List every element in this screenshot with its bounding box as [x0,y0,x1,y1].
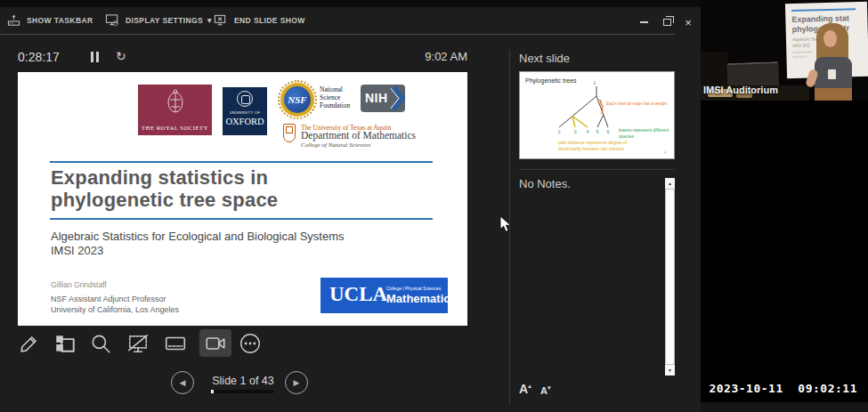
display-settings-icon [105,13,119,28]
subtitles-icon [164,332,187,355]
show-taskbar-button[interactable]: SHOW TASKBAR [7,7,93,34]
svg-text:species: species [619,133,634,139]
presenter-skirt [815,88,852,101]
oxford-wordmark: OXFORD [223,117,267,126]
ucla-logo: UCLA College | Physical Sciences Mathema… [320,278,448,313]
presenter-toolbar: SHOW TASKBAR DISPLAY SETTINGS ▼ END SLID… [0,7,701,34]
display-settings-button[interactable]: DISPLAY SETTINGS ▼ [105,7,214,34]
restart-timer-button[interactable]: ↻ [116,49,126,63]
webcam-feed: Expanding stat phylogenetic tr Algebraic… [701,0,868,101]
black-screen-button[interactable] [126,331,150,356]
toolbar-separator [0,34,675,35]
subtitle-line2: IMSI 2023 [51,244,344,258]
font-up-icon: ▴ [528,383,531,389]
timer-row: 0:28:17 ↻ 9:02 AM [0,46,485,69]
author-affiliation: University of California, Los Angeles [51,305,179,314]
ut-shield-icon [283,124,296,142]
ucla-abbr: UCLA [329,283,387,306]
screen: SHOW TASKBAR DISPLAY SETTINGS ▼ END SLID… [0,0,868,412]
author-name: Gillian Grindstaff [51,280,107,289]
scroll-up-button[interactable]: ▲ [665,178,675,189]
svg-text:Phylogenetic trees: Phylogenetic trees [525,77,577,85]
phylogenetic-tree-diagram: Phylogenetic trees 1 2 3 4 5 6 } Each in… [520,72,674,158]
show-taskbar-label: SHOW TASKBAR [27,16,93,25]
slide-title: Expanding statistics in phylogenetic tre… [51,166,278,211]
decrease-font-button[interactable]: A▾ [540,384,550,396]
nih-logo: NIH [361,85,405,112]
slide-progress-bar [211,390,273,393]
more-options-button[interactable] [238,331,263,356]
pen-icon [18,332,41,355]
nih-chevron-icon [391,85,405,112]
end-slide-show-button[interactable]: END SLIDE SHOW [214,7,305,34]
window-top-gap [0,0,701,7]
zoom-slide-button[interactable] [88,331,113,356]
nsf-globe-icon: NSF [284,86,311,113]
projected-title-rule [791,8,856,12]
presenter-badge [828,69,836,79]
black-screen-icon [126,332,150,355]
next-arrow-icon: ▶ [294,378,300,387]
royal-society-crest-icon [163,89,188,117]
minimize-button[interactable] [634,15,653,29]
restore-button[interactable] [657,15,677,29]
slide-title-line2: phylogenetic tree space [51,189,278,211]
camera-icon [204,332,227,355]
svg-text:6: 6 [606,129,609,134]
slide-title-line1: Expanding statistics in [51,166,278,189]
progress-done [211,390,214,393]
royal-society-logo: THE ROYAL SOCIETY [138,85,212,135]
ucla-college-line: College | Physical Sciences [386,286,441,291]
display-settings-label: DISPLAY SETTINGS ▼ [126,16,214,25]
ut-college-line: College of Natural Sciences [301,141,370,149]
restore-icon [663,19,671,26]
minimize-icon [640,21,648,23]
next-slide-header: Next slide [519,52,570,65]
notes-scrollbar[interactable]: ▲ ▼ [665,178,675,376]
taskbar-icon [7,14,20,28]
bottom-strip [701,402,868,412]
scroll-down-button[interactable]: ▼ [665,365,675,376]
close-button[interactable]: × [678,15,698,29]
oxford-university-of: UNIVERSITY OF [223,111,267,115]
webcam-location-label: IMSI Auditorium [703,85,778,95]
title-rule-top [50,161,433,163]
pen-tool-button[interactable] [17,331,42,356]
scroll-up-icon: ▲ [668,181,672,186]
font-down-icon: ▾ [548,384,551,391]
svg-text:2: 2 [557,129,560,134]
ut-austin-logo: The University of Texas at Austin Depart… [281,123,450,148]
pause-timer-button[interactable] [91,52,99,62]
royal-society-label: THE ROYAL SOCIETY [138,125,212,131]
subtitles-button[interactable] [163,331,188,356]
capture-region: Expanding stat phylogenetic tr Algebraic… [701,0,868,412]
svg-text:Each internal edge has a weigh: Each internal edge has a weight [606,101,668,106]
scrollbar-thumb[interactable] [665,189,675,365]
end-slide-show-icon [214,13,228,28]
oxford-logo: UNIVERSITY OF OXFORD [223,87,267,135]
magnifier-icon [89,332,112,355]
next-slide-button[interactable]: ▶ [285,371,308,394]
see-all-slides-button[interactable] [53,331,77,356]
oxford-crest-icon [237,91,253,107]
subtitle-line1: Algebraic Statistics for Ecological and … [51,230,344,244]
svg-text:path distance represents degre: path distance represents degree of [558,140,628,145]
slide-grid-icon [53,332,77,355]
pause-icon [91,52,93,62]
current-slide[interactable]: THE ROYAL SOCIETY UNIVERSITY OF OXFORD N… [18,72,467,326]
nsf-abbr: NSF [288,94,306,105]
presenter-face [823,30,837,47]
recording-timestamp: 2023-10-11 09:02:11 [709,382,857,395]
nih-abbr: NIH [365,91,388,105]
author-role: NSF Assistant Adjunct Professor [51,295,166,303]
previous-slide-button[interactable]: ◀ [171,371,194,394]
svg-text:3: 3 [573,129,576,134]
increase-font-button[interactable]: A▴ [519,382,531,396]
elapsed-timer: 0:28:17 [18,50,60,64]
ucla-department-line: Mathematics [386,292,457,305]
next-slide-thumbnail[interactable]: Phylogenetic trees 1 2 3 4 5 6 } Each in… [519,71,675,159]
svg-text:dissimilarity between two spec: dissimilarity between two species [558,146,624,151]
camera-toggle-button[interactable] [203,331,228,356]
svg-text:1: 1 [593,80,596,85]
mouse-cursor [499,215,512,233]
